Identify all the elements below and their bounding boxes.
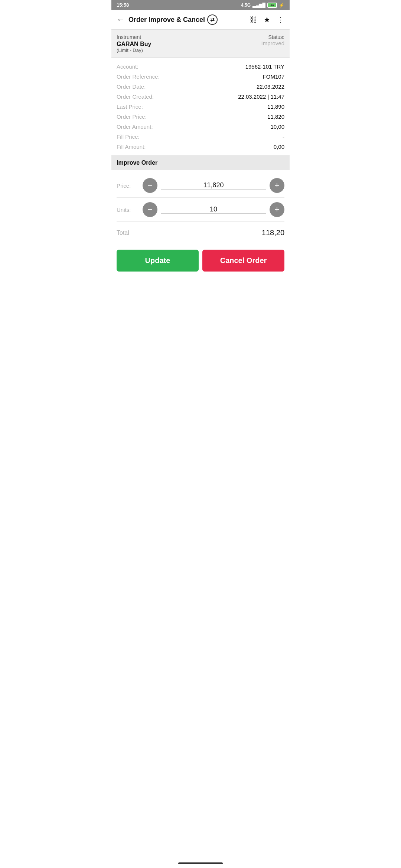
- info-left: Instrument GARAN Buy (Limit - Day): [117, 34, 261, 53]
- price-row: Price: − +: [117, 174, 284, 198]
- last-price-label: Last Price:: [117, 103, 143, 110]
- update-button[interactable]: Update: [117, 250, 199, 272]
- order-price-label: Order Price:: [117, 114, 147, 120]
- fill-amount-value: 0,00: [274, 144, 284, 150]
- status-time: 15:58: [117, 2, 129, 8]
- total-value: 118,20: [262, 228, 284, 237]
- order-created-row: Order Created: 22.03.2022 | 11:47: [117, 92, 284, 102]
- info-section: Instrument GARAN Buy (Limit - Day) Statu…: [111, 30, 290, 58]
- order-created-label: Order Created:: [117, 93, 154, 100]
- nav-title: Order Improve & Cancel ⇄: [128, 14, 246, 25]
- price-increment-button[interactable]: +: [270, 178, 284, 193]
- cancel-order-button[interactable]: Cancel Order: [202, 250, 284, 272]
- more-icon[interactable]: ⋮: [277, 15, 284, 24]
- status-label: Status:: [261, 34, 284, 40]
- improve-section: Price: − + Units: − + Total 118,20: [111, 170, 290, 244]
- fill-amount-label: Fill Amount:: [117, 144, 146, 150]
- order-reference-value: FOM107: [263, 73, 284, 80]
- fill-price-label: Fill Price:: [117, 134, 140, 140]
- signal-icon: ▂▄▆█: [252, 3, 265, 8]
- improve-order-header: Improve Order: [111, 156, 290, 170]
- page-title: Order Improve & Cancel: [128, 16, 205, 24]
- order-date-row: Order Date: 22.03.2022: [117, 82, 284, 92]
- instrument-label: Instrument: [117, 34, 261, 40]
- fill-price-value: -: [283, 134, 284, 140]
- link-icon[interactable]: ⛓: [250, 16, 257, 24]
- last-price-value: 11,890: [267, 103, 284, 110]
- instrument-value: GARAN Buy: [117, 41, 261, 47]
- battery-icon: [267, 3, 277, 8]
- status-bar: 15:58 4.5G ▂▄▆█ ⚡: [111, 0, 290, 10]
- bottom-home-indicator: [178, 862, 223, 864]
- order-created-value: 22.03.2022 | 11:47: [238, 93, 284, 100]
- order-reference-label: Order Reference:: [117, 73, 160, 80]
- order-price-value: 11,820: [267, 114, 284, 120]
- account-label: Account:: [117, 63, 138, 70]
- last-price-row: Last Price: 11,890: [117, 102, 284, 112]
- units-input[interactable]: [161, 206, 266, 214]
- action-buttons: Update Cancel Order: [111, 244, 290, 279]
- fill-price-row: Fill Price: -: [117, 132, 284, 142]
- order-amount-label: Order Amount:: [117, 124, 153, 130]
- price-label: Price:: [117, 183, 139, 189]
- star-icon[interactable]: ★: [264, 15, 270, 24]
- total-row: Total 118,20: [117, 222, 284, 241]
- order-date-value: 22.03.2022: [257, 83, 284, 90]
- refresh-icon[interactable]: ⇄: [207, 14, 218, 25]
- order-type: (Limit - Day): [117, 47, 261, 53]
- status-right: 4.5G ▂▄▆█ ⚡: [241, 3, 284, 8]
- improve-order-title: Improve Order: [117, 160, 157, 166]
- units-row: Units: − +: [117, 198, 284, 222]
- units-label: Units:: [117, 207, 139, 213]
- order-amount-value: 10,00: [270, 124, 284, 130]
- nav-icons: ⛓ ★ ⋮: [250, 15, 284, 24]
- back-button[interactable]: ←: [117, 15, 125, 24]
- instrument-ticker: GARAN: [117, 41, 138, 47]
- info-right: Status: Improved: [261, 34, 284, 53]
- total-label: Total: [117, 230, 129, 236]
- units-decrement-button[interactable]: −: [143, 202, 157, 217]
- order-reference-row: Order Reference: FOM107: [117, 72, 284, 82]
- account-row: Account: 19562-101 TRY: [117, 62, 284, 72]
- order-details: Account: 19562-101 TRY Order Reference: …: [111, 58, 290, 156]
- instrument-side: Buy: [140, 41, 151, 47]
- network-indicator: 4.5G: [241, 3, 251, 8]
- price-decrement-button[interactable]: −: [143, 178, 157, 193]
- account-value: 19562-101 TRY: [245, 63, 284, 70]
- bolt-icon: ⚡: [279, 3, 284, 8]
- status-value: Improved: [261, 40, 284, 46]
- fill-amount-row: Fill Amount: 0,00: [117, 142, 284, 152]
- order-date-label: Order Date:: [117, 83, 146, 90]
- order-amount-row: Order Amount: 10,00: [117, 122, 284, 132]
- order-price-row: Order Price: 11,820: [117, 112, 284, 122]
- price-input[interactable]: [161, 181, 266, 190]
- units-increment-button[interactable]: +: [270, 202, 284, 217]
- top-nav: ← Order Improve & Cancel ⇄ ⛓ ★ ⋮: [111, 10, 290, 30]
